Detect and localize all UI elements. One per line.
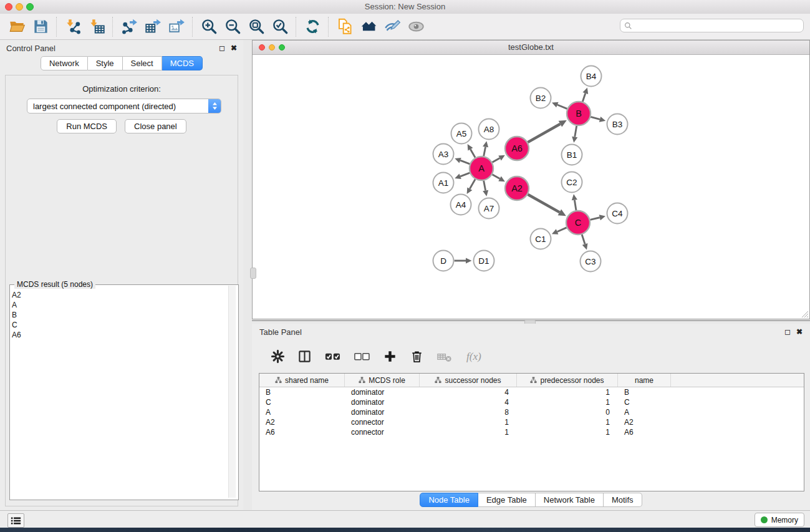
function-builder-button[interactable]: f(x)	[463, 346, 489, 367]
tab-mcds[interactable]: MCDS	[162, 56, 203, 70]
column-header-MCDS-role[interactable]: MCDS role	[345, 374, 420, 387]
table-settings-button[interactable]	[269, 346, 287, 367]
float-panel-icon[interactable]: ◻	[219, 44, 225, 52]
tab-style[interactable]: Style	[88, 56, 123, 70]
graph-node-A7[interactable]: A7	[479, 198, 499, 219]
graph-node-A8[interactable]: A8	[479, 119, 499, 140]
graph-node-B3[interactable]: B3	[607, 114, 628, 135]
close-table-panel-icon[interactable]: ✖	[796, 328, 803, 336]
maximize-window-button[interactable]	[26, 3, 34, 11]
memory-button[interactable]: Memory	[755, 513, 804, 527]
network-canvas[interactable]: B4B2BB3A8A5A6A3B1AC2A1A2A4A7C4CC1DD1C3	[253, 55, 809, 319]
graph-node-A6[interactable]: A6	[505, 137, 529, 160]
table-row-A2[interactable]: A2connector11A2	[259, 417, 804, 427]
search-field[interactable]	[620, 19, 804, 32]
close-panel-icon[interactable]: ✖	[231, 44, 237, 52]
close-window-button[interactable]	[5, 3, 12, 11]
select-all-button[interactable]	[322, 346, 343, 367]
table-row-A[interactable]: Adominator80A	[259, 407, 804, 417]
table-row-C[interactable]: Cdominator41C	[259, 397, 804, 407]
table-cell: A	[618, 408, 671, 417]
zoom-in-button[interactable]	[197, 16, 221, 38]
import-network-button[interactable]	[61, 16, 85, 38]
graph-node-B[interactable]: B	[567, 102, 591, 125]
import-table-button[interactable]	[85, 16, 108, 38]
graph-node-B2[interactable]: B2	[531, 88, 551, 109]
float-table-panel-icon[interactable]: ◻	[784, 328, 791, 336]
net-minimize-button[interactable]	[269, 44, 275, 51]
toggle-panels-button[interactable]	[296, 346, 314, 367]
table-tab-network-table[interactable]: Network Table	[536, 493, 604, 507]
column-label: name	[635, 376, 653, 385]
zoom-out-button[interactable]	[221, 16, 244, 38]
deselect-all-button[interactable]	[352, 346, 372, 367]
table-row-A6[interactable]: A6connector11A6	[259, 427, 804, 437]
table-panel-header: Table Panel ◻ ✖	[252, 324, 810, 340]
column-header-name[interactable]: name	[618, 374, 671, 387]
tab-network[interactable]: Network	[41, 56, 88, 70]
criterion-dropdown[interactable]: largest connected component (directed)	[27, 99, 221, 114]
network-window-titlebar[interactable]: testGlobe.txt	[253, 41, 809, 55]
vertical-splitter-handle[interactable]	[250, 268, 256, 279]
export-table-button[interactable]	[141, 16, 165, 38]
mcds-result-item[interactable]: A	[12, 300, 228, 310]
column-header-shared-name[interactable]: shared name	[259, 374, 345, 387]
network-view-window: testGlobe.txt B4B2BB3A8A5A6A3B1AC2A1A2A4…	[252, 40, 810, 319]
graph-node-A5[interactable]: A5	[451, 123, 472, 144]
refresh-view-button[interactable]	[301, 16, 324, 38]
table-tab-node-table[interactable]: Node Table	[420, 493, 478, 507]
delete-table-button[interactable]	[435, 346, 455, 367]
graph-node-C1[interactable]: C1	[531, 229, 551, 249]
table-row-B[interactable]: Bdominator41B	[259, 387, 804, 397]
table-delete-icon	[436, 349, 453, 364]
houses-icon	[360, 18, 377, 35]
open-session-button[interactable]	[5, 16, 29, 38]
zoom-selected-button[interactable]	[268, 16, 292, 38]
graph-node-A[interactable]: A	[470, 157, 493, 180]
houses-button[interactable]	[357, 16, 380, 38]
mcds-result-item[interactable]: A2	[12, 290, 228, 300]
clone-view-button[interactable]	[333, 16, 357, 38]
resize-grip-icon[interactable]	[799, 309, 808, 317]
node-label: A1	[438, 178, 449, 188]
table-tab-motifs[interactable]: Motifs	[604, 493, 642, 507]
mcds-result-item[interactable]: A6	[12, 330, 228, 340]
export-network-button[interactable]	[117, 16, 141, 38]
close-panel-button[interactable]: Close panel	[125, 119, 186, 133]
tab-select[interactable]: Select	[123, 56, 162, 70]
mcds-result-item[interactable]: B	[12, 310, 228, 320]
graph-node-A2[interactable]: A2	[505, 177, 529, 200]
graph-node-C[interactable]: C	[566, 211, 590, 235]
graph-node-C4[interactable]: C4	[607, 203, 628, 224]
graph-node-A1[interactable]: A1	[433, 173, 454, 193]
column-header-predecessor-nodes[interactable]: predecessor nodes	[517, 374, 618, 387]
minimize-window-button[interactable]	[16, 3, 23, 11]
graphics-details-button[interactable]	[404, 16, 428, 38]
delete-columns-button[interactable]	[408, 346, 426, 367]
table-tab-edge-table[interactable]: Edge Table	[478, 493, 536, 507]
annotation-eye-button[interactable]	[380, 16, 404, 38]
graph-node-A4[interactable]: A4	[451, 195, 471, 215]
net-maximize-button[interactable]	[279, 44, 285, 51]
graph-node-D[interactable]: D	[433, 251, 454, 271]
graph-node-B4[interactable]: B4	[581, 66, 602, 87]
mcds-result-item[interactable]: C	[12, 320, 228, 330]
panel-list-button[interactable]	[7, 513, 24, 528]
graph-edge-B-B1	[575, 126, 577, 137]
search-input[interactable]	[632, 19, 803, 32]
export-image-button[interactable]	[165, 16, 188, 38]
zoom-fit-button[interactable]	[244, 16, 268, 38]
graph-node-C3[interactable]: C3	[581, 251, 601, 272]
graph-node-B1[interactable]: B1	[562, 145, 582, 165]
graph-node-A3[interactable]: A3	[433, 144, 454, 165]
titlebar: Session: New Session	[0, 0, 810, 14]
graph-node-C2[interactable]: C2	[562, 172, 582, 193]
run-mcds-button[interactable]: Run MCDS	[57, 119, 117, 133]
graph-node-D1[interactable]: D1	[474, 251, 494, 271]
result-scrollbar[interactable]	[228, 286, 236, 498]
column-header-successor-nodes[interactable]: successor nodes	[420, 374, 517, 387]
save-session-button[interactable]	[29, 16, 52, 38]
horizontal-splitter[interactable]	[252, 319, 810, 324]
net-close-button[interactable]	[259, 44, 265, 51]
add-column-button[interactable]	[381, 346, 399, 367]
